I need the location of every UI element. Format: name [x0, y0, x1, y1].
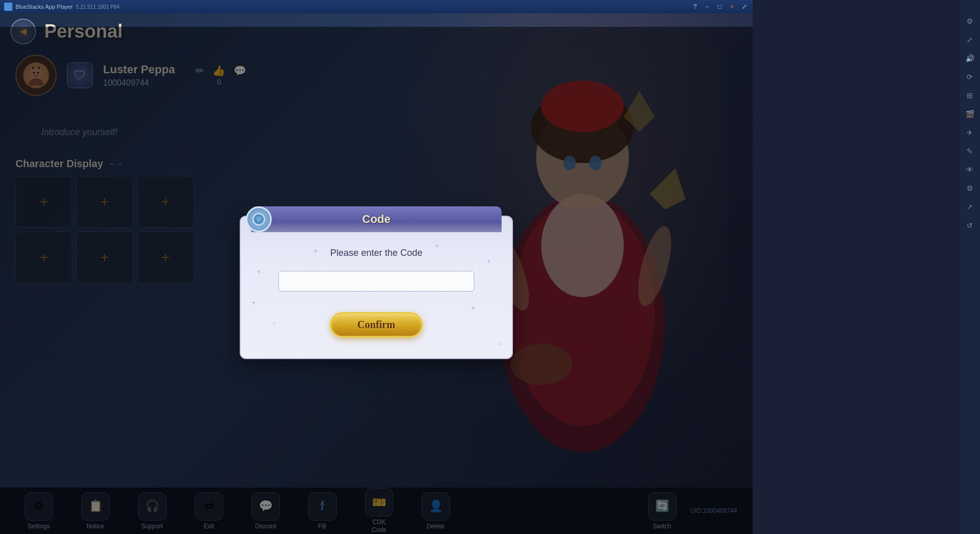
right-sidebar: ⚙ ⤢ 🔊 ⟳ ⊞ 🎬 ✈ ✎ 👁 ⚙ ↗ ↺	[959, 0, 980, 534]
modal-overlay: Code ✦ ✧ ✦ ✦ ✧ ✦ ✧ ✦ ✦ ✦ ✦ ✧ ✦ ✧ Ple	[0, 27, 753, 534]
sidebar-refresh-icon[interactable]: ↺	[964, 220, 975, 231]
sidebar-volume-icon[interactable]: 🔊	[964, 53, 975, 64]
sidebar-arrow-right-icon[interactable]: ↗	[964, 201, 975, 213]
sidebar-rotate-icon[interactable]: ⟳	[964, 71, 975, 83]
sidebar-gear-icon[interactable]: ⚙	[964, 183, 975, 194]
modal-body: Please enter the Code Confirm	[256, 248, 496, 337]
modal-header: Code	[251, 206, 502, 232]
maximize-button[interactable]: □	[716, 3, 724, 10]
app-version: 5.21.511.1001 P64	[76, 4, 120, 10]
sidebar-eye-icon[interactable]: 👁	[964, 164, 975, 175]
sparkle-13: ✦	[251, 299, 256, 306]
modal-header-icon	[246, 206, 272, 232]
minimize-button[interactable]: −	[703, 3, 711, 10]
modal-instruction: Please enter the Code	[330, 248, 422, 258]
sidebar-expand-icon[interactable]: ⤢	[964, 34, 975, 45]
close-button[interactable]: ×	[728, 3, 736, 10]
help-button[interactable]: ?	[691, 3, 699, 10]
titlebar: BlueStacks App Player 5.21.511.1001 P64 …	[0, 0, 753, 13]
app-logo	[4, 3, 12, 11]
sparkle-14: ✧	[496, 341, 502, 348]
sidebar-settings-icon[interactable]: ⚙	[964, 15, 975, 27]
sidebar-video-icon[interactable]: 🎬	[964, 108, 975, 120]
expand-button[interactable]: ⤢	[740, 3, 749, 10]
sidebar-flight-icon[interactable]: ✈	[964, 127, 975, 138]
sidebar-edit-icon[interactable]: ✎	[964, 145, 975, 157]
sidebar-screenshot-icon[interactable]: ⊞	[964, 90, 975, 101]
modal-title: Code	[362, 213, 391, 226]
code-input[interactable]	[278, 271, 474, 292]
window-controls: ? − □ × ⤢	[691, 3, 749, 10]
game-area: ◄ Personal 🛡 Luster Pep	[0, 13, 753, 534]
app-title: BlueStacks App Player	[15, 4, 73, 10]
code-modal: Code ✦ ✧ ✦ ✦ ✧ ✦ ✧ ✦ ✦ ✦ ✦ ✧ ✦ ✧ Ple	[240, 216, 513, 359]
confirm-button[interactable]: Confirm	[330, 312, 422, 337]
